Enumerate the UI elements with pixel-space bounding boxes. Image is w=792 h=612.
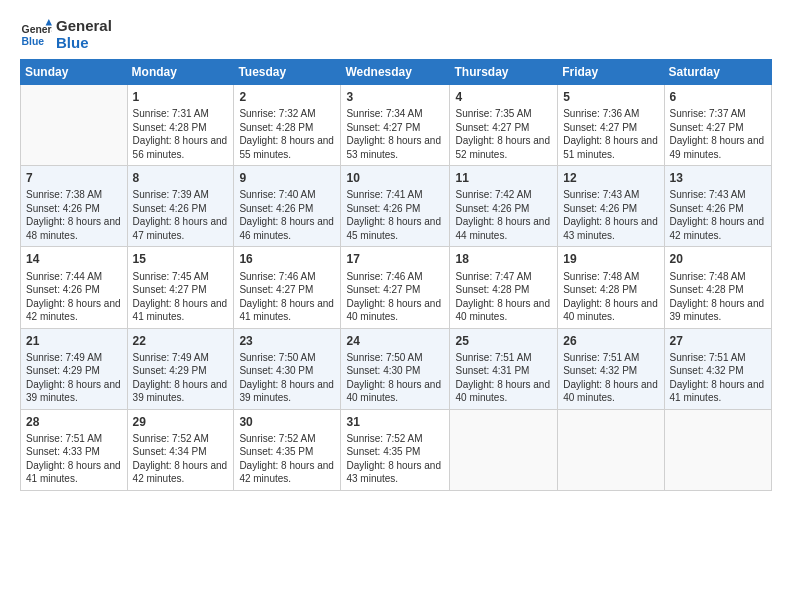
sunrise: Sunrise: 7:52 AM (133, 433, 209, 444)
daylight: Daylight: 8 hours and 40 minutes. (563, 298, 658, 323)
day-number: 15 (133, 251, 229, 267)
logo-general: General (56, 18, 112, 35)
day-number: 20 (670, 251, 766, 267)
calendar-cell: 5Sunrise: 7:36 AMSunset: 4:27 PMDaylight… (558, 85, 664, 166)
day-number: 31 (346, 414, 444, 430)
daylight: Daylight: 8 hours and 48 minutes. (26, 216, 121, 241)
calendar-cell: 18Sunrise: 7:47 AMSunset: 4:28 PMDayligh… (450, 247, 558, 328)
calendar-week-5: 28Sunrise: 7:51 AMSunset: 4:33 PMDayligh… (21, 409, 772, 490)
calendar-week-3: 14Sunrise: 7:44 AMSunset: 4:26 PMDayligh… (21, 247, 772, 328)
calendar-cell: 2Sunrise: 7:32 AMSunset: 4:28 PMDaylight… (234, 85, 341, 166)
sunset: Sunset: 4:27 PM (133, 284, 207, 295)
day-number: 3 (346, 89, 444, 105)
sunrise: Sunrise: 7:42 AM (455, 189, 531, 200)
sunset: Sunset: 4:26 PM (133, 203, 207, 214)
calendar-cell: 14Sunrise: 7:44 AMSunset: 4:26 PMDayligh… (21, 247, 128, 328)
sunset: Sunset: 4:26 PM (26, 203, 100, 214)
sunrise: Sunrise: 7:46 AM (239, 271, 315, 282)
daylight: Daylight: 8 hours and 53 minutes. (346, 135, 441, 160)
day-number: 16 (239, 251, 335, 267)
sunset: Sunset: 4:33 PM (26, 446, 100, 457)
calendar-cell: 10Sunrise: 7:41 AMSunset: 4:26 PMDayligh… (341, 166, 450, 247)
daylight: Daylight: 8 hours and 41 minutes. (26, 460, 121, 485)
calendar-cell: 19Sunrise: 7:48 AMSunset: 4:28 PMDayligh… (558, 247, 664, 328)
sunset: Sunset: 4:26 PM (346, 203, 420, 214)
sunset: Sunset: 4:27 PM (455, 122, 529, 133)
sunrise: Sunrise: 7:39 AM (133, 189, 209, 200)
sunrise: Sunrise: 7:50 AM (346, 352, 422, 363)
sunrise: Sunrise: 7:41 AM (346, 189, 422, 200)
logo-blue: Blue (56, 35, 112, 52)
calendar-cell: 6Sunrise: 7:37 AMSunset: 4:27 PMDaylight… (664, 85, 771, 166)
calendar-cell: 25Sunrise: 7:51 AMSunset: 4:31 PMDayligh… (450, 328, 558, 409)
sunset: Sunset: 4:28 PM (670, 284, 744, 295)
calendar-cell: 4Sunrise: 7:35 AMSunset: 4:27 PMDaylight… (450, 85, 558, 166)
calendar-cell: 26Sunrise: 7:51 AMSunset: 4:32 PMDayligh… (558, 328, 664, 409)
calendar-cell: 9Sunrise: 7:40 AMSunset: 4:26 PMDaylight… (234, 166, 341, 247)
calendar-cell: 17Sunrise: 7:46 AMSunset: 4:27 PMDayligh… (341, 247, 450, 328)
day-number: 4 (455, 89, 552, 105)
daylight: Daylight: 8 hours and 39 minutes. (239, 379, 334, 404)
sunset: Sunset: 4:28 PM (133, 122, 207, 133)
sunrise: Sunrise: 7:47 AM (455, 271, 531, 282)
day-header-sunday: Sunday (21, 60, 128, 85)
day-number: 21 (26, 333, 122, 349)
day-number: 18 (455, 251, 552, 267)
sunset: Sunset: 4:32 PM (563, 365, 637, 376)
sunrise: Sunrise: 7:44 AM (26, 271, 102, 282)
calendar-cell: 15Sunrise: 7:45 AMSunset: 4:27 PMDayligh… (127, 247, 234, 328)
sunset: Sunset: 4:29 PM (133, 365, 207, 376)
day-number: 11 (455, 170, 552, 186)
daylight: Daylight: 8 hours and 39 minutes. (670, 298, 765, 323)
day-number: 2 (239, 89, 335, 105)
sunrise: Sunrise: 7:32 AM (239, 108, 315, 119)
day-number: 6 (670, 89, 766, 105)
calendar-cell: 30Sunrise: 7:52 AMSunset: 4:35 PMDayligh… (234, 409, 341, 490)
sunrise: Sunrise: 7:31 AM (133, 108, 209, 119)
calendar-cell: 21Sunrise: 7:49 AMSunset: 4:29 PMDayligh… (21, 328, 128, 409)
calendar-cell: 22Sunrise: 7:49 AMSunset: 4:29 PMDayligh… (127, 328, 234, 409)
calendar-cell: 20Sunrise: 7:48 AMSunset: 4:28 PMDayligh… (664, 247, 771, 328)
daylight: Daylight: 8 hours and 41 minutes. (133, 298, 228, 323)
sunset: Sunset: 4:34 PM (133, 446, 207, 457)
sunset: Sunset: 4:27 PM (563, 122, 637, 133)
sunrise: Sunrise: 7:43 AM (670, 189, 746, 200)
daylight: Daylight: 8 hours and 40 minutes. (346, 379, 441, 404)
sunrise: Sunrise: 7:49 AM (133, 352, 209, 363)
day-number: 9 (239, 170, 335, 186)
calendar-cell: 13Sunrise: 7:43 AMSunset: 4:26 PMDayligh… (664, 166, 771, 247)
calendar: SundayMondayTuesdayWednesdayThursdayFrid… (20, 59, 772, 491)
day-number: 8 (133, 170, 229, 186)
calendar-cell: 3Sunrise: 7:34 AMSunset: 4:27 PMDaylight… (341, 85, 450, 166)
day-number: 27 (670, 333, 766, 349)
day-number: 10 (346, 170, 444, 186)
daylight: Daylight: 8 hours and 42 minutes. (26, 298, 121, 323)
day-number: 28 (26, 414, 122, 430)
sunset: Sunset: 4:26 PM (26, 284, 100, 295)
calendar-cell: 7Sunrise: 7:38 AMSunset: 4:26 PMDaylight… (21, 166, 128, 247)
daylight: Daylight: 8 hours and 40 minutes. (455, 379, 550, 404)
calendar-cell: 29Sunrise: 7:52 AMSunset: 4:34 PMDayligh… (127, 409, 234, 490)
calendar-cell (450, 409, 558, 490)
calendar-week-1: 1Sunrise: 7:31 AMSunset: 4:28 PMDaylight… (21, 85, 772, 166)
calendar-cell: 23Sunrise: 7:50 AMSunset: 4:30 PMDayligh… (234, 328, 341, 409)
sunset: Sunset: 4:27 PM (346, 122, 420, 133)
sunrise: Sunrise: 7:52 AM (239, 433, 315, 444)
sunrise: Sunrise: 7:38 AM (26, 189, 102, 200)
calendar-cell: 12Sunrise: 7:43 AMSunset: 4:26 PMDayligh… (558, 166, 664, 247)
svg-text:Blue: Blue (22, 35, 45, 46)
sunset: Sunset: 4:30 PM (346, 365, 420, 376)
page-header: General Blue General Blue (20, 18, 772, 51)
day-header-saturday: Saturday (664, 60, 771, 85)
daylight: Daylight: 8 hours and 45 minutes. (346, 216, 441, 241)
sunrise: Sunrise: 7:46 AM (346, 271, 422, 282)
calendar-cell: 31Sunrise: 7:52 AMSunset: 4:35 PMDayligh… (341, 409, 450, 490)
daylight: Daylight: 8 hours and 42 minutes. (133, 460, 228, 485)
sunset: Sunset: 4:32 PM (670, 365, 744, 376)
svg-marker-2 (46, 19, 52, 25)
sunset: Sunset: 4:30 PM (239, 365, 313, 376)
day-number: 26 (563, 333, 658, 349)
sunset: Sunset: 4:31 PM (455, 365, 529, 376)
sunset: Sunset: 4:27 PM (346, 284, 420, 295)
day-number: 7 (26, 170, 122, 186)
